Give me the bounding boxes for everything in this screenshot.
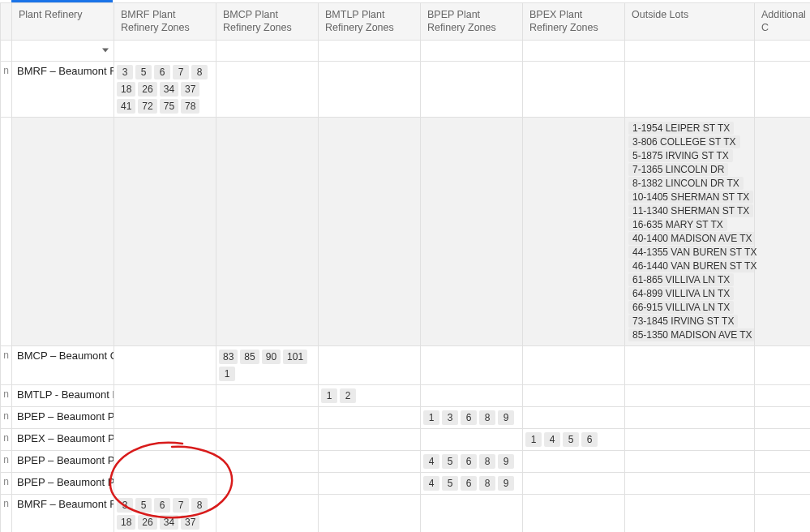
zone-chip[interactable]: 6 (581, 432, 598, 447)
cell-outside-lots[interactable]: 1-1954 LEIPER ST TX3-806 COLLEGE ST TX5-… (625, 117, 755, 345)
lot-chip[interactable]: 8-1382 LINCOLN DR TX (628, 177, 744, 190)
zone-chip[interactable]: 5 (135, 498, 152, 513)
lot-chip[interactable]: 46-1440 VAN BUREN ST TX (628, 260, 761, 272)
cell-bpex[interactable]: 1456 (523, 428, 625, 450)
zone-chip[interactable]: 3 (117, 65, 133, 79)
header-additional[interactable]: Additional C (755, 3, 811, 41)
cell-bpex[interactable] (523, 450, 625, 472)
cell-additional[interactable] (755, 117, 811, 345)
cell-outside-lots[interactable] (625, 384, 755, 406)
cell-additional[interactable] (755, 450, 811, 472)
plant-cell[interactable]: BMCP – Beaumont Che (12, 345, 114, 384)
cell-bmrf[interactable]: 356781826343741727578 (114, 61, 216, 117)
zone-chip[interactable]: 90 (262, 350, 281, 364)
cell-additional[interactable] (755, 494, 811, 532)
cell-bmrf[interactable] (114, 450, 216, 472)
filter-bmcp[interactable] (216, 40, 319, 61)
zone-chip[interactable]: 4 (423, 454, 439, 469)
header-bmtlp[interactable]: BMTLP Plant Refinery Zones (319, 3, 421, 41)
header-bmcp[interactable]: BMCP Plant Refinery Zones (216, 3, 319, 41)
cell-bmcp[interactable] (216, 406, 319, 428)
zone-chip[interactable]: 6 (154, 65, 170, 79)
zone-chip[interactable]: 6 (154, 498, 170, 513)
cell-additional[interactable] (755, 428, 811, 450)
filter-bmtlp[interactable] (319, 40, 421, 61)
zone-chip[interactable]: 37 (181, 515, 199, 530)
zone-chip[interactable]: 4 (544, 432, 560, 447)
cell-bmrf[interactable] (114, 472, 216, 494)
cell-bpex[interactable] (523, 345, 625, 384)
zone-chip[interactable]: 4 (423, 476, 439, 491)
lot-chip[interactable]: 73-1845 IRVING ST TX (628, 315, 738, 328)
zone-chip[interactable]: 7 (173, 498, 189, 513)
cell-additional[interactable] (755, 61, 811, 117)
cell-bpep[interactable] (421, 494, 523, 532)
zone-chip[interactable]: 8 (191, 498, 208, 513)
zone-chip[interactable]: 18 (117, 515, 135, 530)
cell-bmrf[interactable] (114, 117, 216, 345)
plant-cell[interactable]: BPEX – Beaumont Poly (12, 428, 114, 450)
zone-chip[interactable]: 78 (181, 99, 199, 114)
zone-chip[interactable]: 8 (479, 476, 495, 491)
cell-additional[interactable] (755, 472, 811, 494)
plant-cell[interactable]: BMRF – Beaumont Ref (12, 61, 114, 117)
cell-bmrf[interactable]: 356781826343741727578949596 (114, 494, 216, 532)
lot-chip[interactable]: 40-1400 MADISON AVE TX (628, 232, 756, 245)
zone-chip[interactable]: 8 (191, 65, 208, 79)
zone-chip[interactable]: 3 (442, 410, 458, 425)
zone-chip[interactable]: 18 (117, 82, 135, 97)
zone-chip[interactable]: 41 (117, 99, 135, 114)
cell-bmtlp[interactable]: 12 (319, 384, 421, 406)
zone-chip[interactable]: 1 (525, 432, 542, 447)
cell-bpep[interactable] (421, 345, 523, 384)
zone-chip[interactable]: 5 (563, 432, 579, 447)
zone-chip[interactable]: 1 (321, 388, 337, 403)
filter-bpex[interactable] (523, 40, 625, 61)
lot-chip[interactable]: 11-1340 SHERMAN ST TX (628, 204, 753, 217)
cell-bpep[interactable]: 45689 (421, 450, 523, 472)
filter-outside[interactable] (625, 40, 755, 61)
cell-bmtlp[interactable] (319, 117, 421, 345)
header-bpex[interactable]: BPEX Plant Refinery Zones (523, 3, 625, 41)
cell-bmcp[interactable] (216, 117, 319, 345)
zone-chip[interactable]: 9 (498, 410, 514, 425)
cell-bmrf[interactable] (114, 345, 216, 384)
filter-bpep[interactable] (421, 40, 523, 61)
cell-additional[interactable] (755, 384, 811, 406)
zone-chip[interactable]: 101 (283, 350, 307, 364)
lot-chip[interactable]: 3-806 COLLEGE ST TX (628, 135, 740, 148)
zone-chip[interactable]: 5 (442, 476, 458, 491)
cell-bpex[interactable] (523, 117, 625, 345)
zone-chip[interactable]: 7 (173, 65, 189, 79)
zone-chip[interactable]: 85 (240, 350, 259, 364)
cell-bmtlp[interactable] (319, 428, 421, 450)
header-bpep[interactable]: BPEP Plant Refinery Zones (421, 3, 523, 41)
plant-cell[interactable]: BMRF – Beaumont Ref (12, 494, 114, 532)
cell-bmcp[interactable] (216, 472, 319, 494)
lot-chip[interactable]: 1-1954 LEIPER ST TX (628, 122, 734, 135)
cell-additional[interactable] (755, 406, 811, 428)
cell-outside-lots[interactable] (625, 428, 755, 450)
cell-bpex[interactable] (523, 472, 625, 494)
cell-bmtlp[interactable] (319, 494, 421, 532)
cell-bmcp[interactable] (216, 494, 319, 532)
cell-bpex[interactable] (523, 406, 625, 428)
plant-cell[interactable]: BMTLP - Beaumont Lul (12, 384, 114, 406)
cell-bmcp[interactable] (216, 384, 319, 406)
filter-additional[interactable] (755, 40, 811, 61)
cell-bmtlp[interactable] (319, 61, 421, 117)
zone-chip[interactable]: 1 (423, 410, 439, 425)
lot-chip[interactable]: 7-1365 LINCOLN DR (628, 163, 728, 176)
cell-bpep[interactable]: 45689 (421, 472, 523, 494)
lot-chip[interactable]: 66-915 VILLIVA LN TX (628, 301, 734, 314)
zone-chip[interactable]: 6 (461, 410, 477, 425)
cell-bmcp[interactable] (216, 450, 319, 472)
dropdown-icon[interactable] (102, 49, 109, 53)
plant-cell[interactable]: BPEP – Beaumont Poly (12, 472, 114, 494)
cell-bmtlp[interactable] (319, 450, 421, 472)
zone-chip[interactable]: 9 (498, 454, 514, 469)
zone-chip[interactable]: 3 (117, 498, 133, 513)
zone-chip[interactable]: 8 (479, 410, 495, 425)
cell-outside-lots[interactable] (625, 61, 755, 117)
cell-bmtlp[interactable] (319, 345, 421, 384)
